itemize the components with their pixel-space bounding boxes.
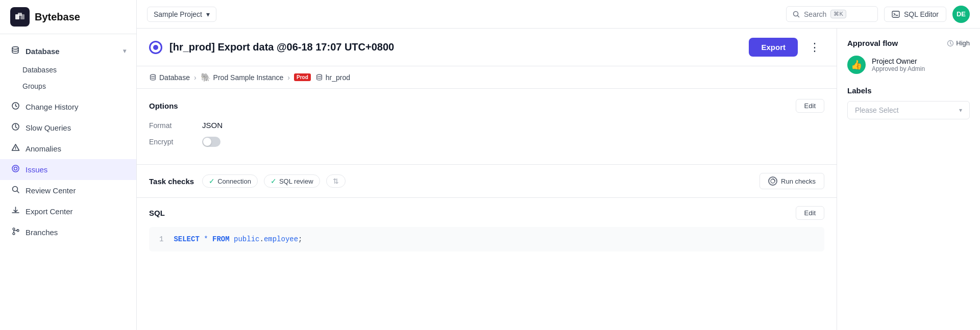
sidebar-item-anomalies[interactable]: Anomalies (0, 138, 136, 159)
export-center-label: Export Center (26, 207, 73, 216)
sql-editor-label: SQL Editor (904, 10, 939, 18)
encrypt-toggle[interactable] (202, 137, 220, 147)
export-button[interactable]: Export (749, 38, 798, 57)
sql-header: SQL Edit (149, 206, 824, 220)
sql-content: SELECT * FROM public.employee; (174, 235, 302, 243)
svg-point-15 (151, 74, 156, 77)
sql-title: SQL (149, 209, 165, 217)
breadcrumb-database: Database (149, 73, 190, 82)
approver-name: Project Owner (872, 57, 925, 65)
sql-review-check-badge: ✓ SQL review (264, 174, 320, 188)
sidebar-item-databases[interactable]: Databases (0, 62, 136, 78)
export-center-icon (10, 206, 20, 217)
breadcrumb: Database › 🐘 Prod Sample Instance › Prod… (137, 66, 837, 89)
issue-status-inner (153, 45, 158, 50)
nav-section-database: Database ▾ Databases Groups (0, 40, 136, 94)
issue-title: [hr_prod] Export data @06-18 17:07 UTC+0… (169, 41, 742, 53)
sidebar-item-export-center[interactable]: Export Center (0, 201, 136, 222)
connection-check-badge: ✓ Connection (202, 174, 258, 188)
encrypt-label: Encrypt (149, 138, 190, 146)
sql-editor-button[interactable]: SQL Editor (884, 7, 946, 22)
sidebar-item-review-center[interactable]: Review Center (0, 180, 136, 201)
search-icon (793, 11, 800, 18)
svg-rect-2 (18, 13, 22, 16)
svg-point-3 (12, 47, 18, 49)
database-label: Database (26, 47, 60, 56)
sidebar-item-branches[interactable]: Branches (0, 222, 136, 243)
left-panel: [hr_prod] Export data @06-18 17:07 UTC+0… (137, 29, 837, 330)
svg-rect-14 (892, 11, 899, 17)
right-panel: Approval flow High 👍 Project Owner (837, 29, 980, 330)
task-checks-section: Task checks ✓ Connection ✓ SQL review ⇅ (137, 165, 837, 198)
sql-code-block: 1 SELECT * FROM public.employee; (149, 227, 824, 251)
labels-section: Labels Please Select ▾ (847, 86, 970, 119)
run-checks-icon (768, 176, 777, 186)
task-checks-row: Task checks ✓ Connection ✓ SQL review ⇅ (149, 173, 824, 189)
branches-icon (10, 227, 20, 238)
search-shortcut: ⌘K (830, 10, 846, 18)
connection-check-label: Connection (217, 177, 251, 185)
sql-asterisk: * (204, 235, 212, 243)
options-header: Options Edit (149, 99, 824, 113)
anomalies-label: Anomalies (26, 144, 61, 153)
sql-review-check-label: SQL review (279, 177, 313, 185)
breadcrumb-database-icon (149, 73, 157, 81)
format-label: Format (149, 121, 190, 130)
content-area: [hr_prod] Export data @06-18 17:07 UTC+0… (137, 29, 980, 330)
database-chevron: ▾ (123, 47, 126, 55)
sidebar-item-issues[interactable]: Issues (0, 159, 136, 180)
breadcrumb-instance: 🐘 Prod Sample Instance (201, 72, 284, 82)
project-selector[interactable]: Sample Project ▾ (147, 7, 216, 22)
sidebar-item-slow-queries[interactable]: Slow Queries (0, 117, 136, 138)
search-label: Search (804, 10, 826, 18)
task-checks-label: Task checks (149, 177, 194, 186)
slow-queries-label: Slow Queries (26, 123, 71, 132)
sql-section: SQL Edit 1 SELECT * FROM public.employee… (137, 198, 837, 260)
labels-placeholder: Please Select (855, 106, 899, 114)
options-title: Options (149, 101, 178, 110)
extra-check-icon: ⇅ (333, 177, 339, 185)
user-avatar[interactable]: DE (952, 6, 970, 23)
sidebar-item-database[interactable]: Database ▾ (0, 40, 136, 62)
thumbs-up-icon: 👍 (851, 59, 862, 70)
extra-check-badge: ⇅ (326, 174, 346, 188)
high-priority-badge: High (947, 39, 970, 47)
search-box[interactable]: Search ⌘K (786, 6, 878, 22)
format-row: Format JSON (149, 121, 824, 130)
prod-badge: Prod (294, 73, 311, 81)
slow-queries-icon (10, 122, 20, 133)
sql-review-check-icon: ✓ (271, 177, 277, 185)
svg-point-16 (316, 74, 322, 77)
change-history-label: Change History (26, 103, 78, 111)
sidebar-navigation: Database ▾ Databases Groups Change Histo… (0, 34, 136, 330)
priority-label: High (956, 39, 970, 47)
options-edit-button[interactable]: Edit (796, 99, 824, 113)
issues-label: Issues (26, 165, 47, 174)
svg-point-6 (15, 149, 15, 149)
instance-icon: 🐘 (201, 72, 211, 82)
sql-table: employee (264, 235, 298, 243)
sidebar-item-groups[interactable]: Groups (0, 78, 136, 94)
sql-edit-button[interactable]: Edit (796, 206, 824, 220)
issue-status-icon (149, 41, 162, 54)
logo-area: Bytebase (0, 0, 136, 34)
approval-title: Approval flow (847, 39, 898, 47)
sql-editor-icon (892, 10, 900, 18)
anomalies-icon (10, 143, 20, 154)
main-area: Sample Project ▾ Search ⌘K SQL Editor DE (137, 0, 980, 330)
project-label: Sample Project (154, 10, 202, 18)
change-history-icon (10, 101, 20, 112)
connection-check-icon: ✓ (209, 177, 215, 185)
breadcrumb-sep-2: › (287, 73, 290, 82)
sidebar-item-change-history[interactable]: Change History (0, 96, 136, 117)
sidebar: Bytebase Database ▾ Databases Groups (0, 0, 137, 330)
format-value: JSON (202, 121, 223, 130)
branches-label: Branches (26, 228, 58, 237)
labels-select[interactable]: Please Select ▾ (847, 101, 970, 119)
run-checks-button[interactable]: Run checks (760, 173, 824, 189)
approver-info: Project Owner Approved by Admin (872, 57, 925, 72)
line-number: 1 (159, 235, 163, 243)
priority-clock-icon (947, 40, 954, 47)
sql-from-kw: FROM (212, 235, 230, 243)
more-options-button[interactable]: ⋮ (805, 39, 824, 56)
